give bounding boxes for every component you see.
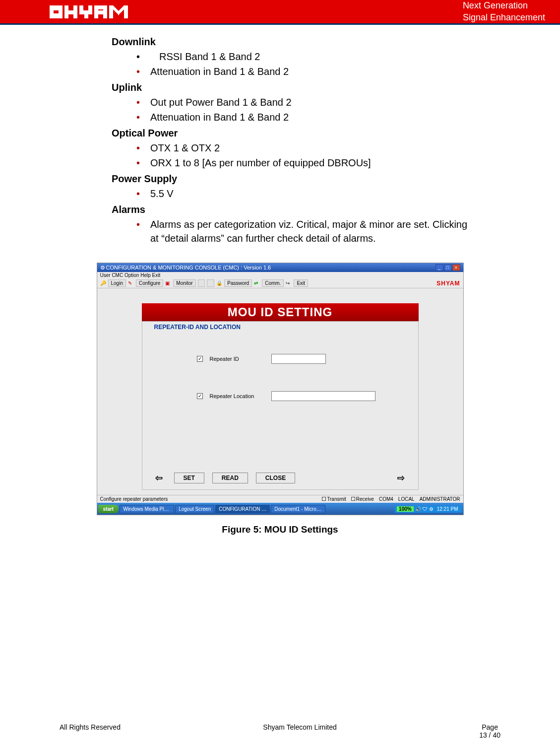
- svg-rect-6: [64, 10, 77, 14]
- cmc-window: ⚙ CONFIGURATION & MONITORING CONSOLE (CM…: [97, 263, 464, 515]
- svg-rect-14: [94, 10, 107, 14]
- login-button[interactable]: Login: [108, 279, 126, 287]
- start-button[interactable]: start: [98, 505, 119, 513]
- password-icon: 🔒: [216, 280, 222, 286]
- maximize-button[interactable]: □: [444, 264, 452, 271]
- tray-icon: ⚙: [429, 506, 434, 512]
- system-tray: 100% 🔊 🛡 ⚙ 12:21 PM: [395, 505, 462, 513]
- repeater-location-label: Repeater Location: [210, 393, 264, 399]
- exit-icon: ↪: [286, 280, 292, 286]
- list-item: 5.5 V: [136, 187, 469, 201]
- tray-icon: 🔊: [415, 506, 421, 512]
- toolbar-icon: 🔑: [100, 280, 106, 286]
- list-item: Attenuation in Band 1 & Band 2: [136, 65, 469, 78]
- page-footer: All Rights Reserved Shyam Telecom Limite…: [60, 723, 500, 739]
- configure-icon: ✎: [128, 280, 134, 286]
- svg-rect-3: [59, 10, 62, 18]
- toolbar-btn[interactable]: [207, 279, 214, 287]
- close-button[interactable]: CLOSE: [256, 473, 295, 483]
- heading-optical: Optical Power: [112, 126, 469, 140]
- group-label: REPEATER-ID AND LOCATION: [152, 324, 243, 331]
- set-button[interactable]: SET: [174, 473, 204, 483]
- transmit-icon: [322, 497, 326, 501]
- menu-bar[interactable]: User CMC Option Help Exit: [97, 272, 463, 278]
- heading-uplink: Uplink: [112, 80, 469, 94]
- panel-button-row: ⇦ SET READ CLOSE ⇨: [152, 473, 408, 483]
- repeater-location-input[interactable]: [271, 391, 375, 401]
- window-title: CONFIGURATION & MONITORING CONSOLE (CMC)…: [106, 265, 271, 271]
- heading-downlink: Downlink: [112, 35, 469, 49]
- status-receive: Receive: [351, 496, 374, 502]
- taskbar-item[interactable]: Windows Media Player: [120, 505, 174, 513]
- toolbar: 🔑 Login ✎ Configure ▣ Monitor 🔒 Password…: [97, 278, 463, 288]
- status-text: Configure repeater parameters: [100, 496, 168, 502]
- taskbar-item[interactable]: Logout Screen: [175, 505, 214, 513]
- list-item: RSSI Band 1 & Band 2: [136, 50, 469, 64]
- tray-percent: 100%: [397, 506, 414, 512]
- svg-rect-13: [94, 5, 107, 9]
- tray-icon: 🛡: [423, 506, 428, 512]
- repeater-id-row: Repeater ID: [197, 354, 408, 364]
- tagline-1: Next Generation: [463, 0, 545, 11]
- exit-button[interactable]: Exit: [294, 279, 308, 287]
- svg-rect-10: [84, 11, 88, 18]
- status-com: COM4: [379, 496, 393, 502]
- list-item: Attenuation in Band 1 & Band 2: [136, 110, 469, 124]
- status-transmit: Transmit: [322, 496, 346, 502]
- panel-title: MOU ID SETTING: [142, 303, 419, 321]
- figure-caption: Figure 5: MOU ID Settings: [97, 524, 464, 535]
- list-item: Out put Power Band 1 & Band 2: [136, 95, 469, 109]
- windows-taskbar: start Windows Media Player Logout Screen…: [97, 503, 463, 515]
- minimize-button[interactable]: _: [436, 264, 443, 271]
- status-user: ADMINISTRATOR: [420, 496, 460, 502]
- status-bar: Configure repeater parameters Transmit R…: [97, 495, 463, 503]
- app-icon: ⚙: [100, 265, 106, 271]
- repeater-location-checkbox[interactable]: [197, 393, 203, 399]
- close-window-button[interactable]: ×: [452, 264, 460, 271]
- tray-clock: 12:21 PM: [435, 506, 460, 512]
- status-mode: LOCAL: [398, 496, 415, 502]
- page-header: Next Generation Signal Enhancement: [0, 0, 560, 25]
- footer-right: Page 13 / 40: [479, 723, 500, 739]
- read-button[interactable]: READ: [212, 473, 248, 483]
- list-item: Alarms as per categorization viz. Critic…: [136, 217, 469, 245]
- configure-button[interactable]: Configure: [136, 279, 163, 287]
- footer-mid: Shyam Telecom Limited: [263, 723, 336, 739]
- footer-left: All Rights Reserved: [60, 723, 121, 739]
- repeater-id-input[interactable]: [271, 354, 326, 364]
- mou-id-panel: MOU ID SETTING REPEATER-ID AND LOCATION …: [142, 303, 419, 490]
- window-titlebar: ⚙ CONFIGURATION & MONITORING CONSOLE (CM…: [97, 263, 463, 272]
- list-item: OTX 1 & OTX 2: [136, 141, 469, 155]
- taskbar-item[interactable]: Document1 - Micros...: [271, 505, 325, 513]
- password-button[interactable]: Password: [224, 279, 252, 287]
- brand-logo: [50, 4, 129, 19]
- next-arrow-icon[interactable]: ⇨: [394, 473, 408, 483]
- window-body: MOU ID SETTING REPEATER-ID AND LOCATION …: [97, 288, 463, 495]
- body-content: Downlink RSSI Band 1 & Band 2 Attenuatio…: [112, 35, 469, 245]
- comm-icon: ⇄: [254, 280, 260, 286]
- repeater-id-label: Repeater ID: [210, 356, 264, 362]
- heading-alarms: Alarms: [112, 203, 469, 216]
- panel-body: REPEATER-ID AND LOCATION Repeater ID Rep…: [142, 321, 419, 490]
- repeater-location-row: Repeater Location: [197, 391, 408, 401]
- tagline-2: Signal Enhancement: [463, 12, 545, 23]
- figure-5: ⚙ CONFIGURATION & MONITORING CONSOLE (CM…: [97, 263, 464, 535]
- repeater-id-checkbox[interactable]: [197, 356, 203, 362]
- header-tagline: Next Generation Signal Enhancement: [463, 0, 545, 23]
- list-item: ORX 1 to 8 [As per number of equipped DB…: [136, 156, 469, 170]
- monitor-icon: ▣: [165, 280, 171, 286]
- comm-button[interactable]: Comm.: [262, 279, 284, 287]
- prev-arrow-icon[interactable]: ⇦: [152, 473, 166, 483]
- toolbar-brand: SHYAM: [436, 280, 460, 287]
- taskbar-item[interactable]: CONFIGURATION &...: [215, 505, 270, 513]
- logo-svg: [50, 4, 129, 19]
- receive-icon: [351, 497, 355, 501]
- heading-power-supply: Power Supply: [112, 172, 469, 186]
- monitor-button[interactable]: Monitor: [173, 279, 195, 287]
- toolbar-btn[interactable]: [198, 279, 205, 287]
